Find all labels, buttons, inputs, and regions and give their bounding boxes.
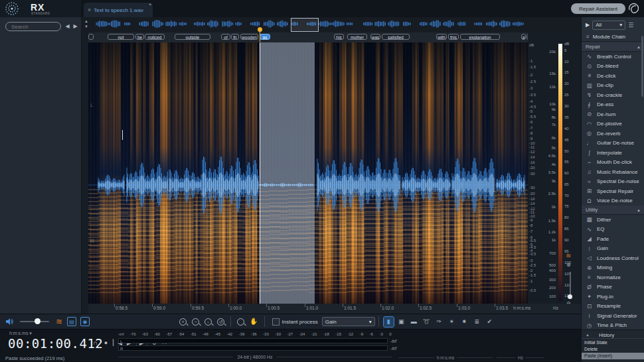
- vertical-zoom-slider[interactable]: [570, 272, 571, 297]
- module-item-gain[interactable]: ↕Gain: [582, 244, 644, 254]
- module-item-de-crackle[interactable]: ↯De-crackle: [582, 90, 644, 100]
- zoom-out-button[interactable]: −: [192, 318, 199, 326]
- module-item-eq[interactable]: ∿EQ: [582, 225, 644, 235]
- search-input[interactable]: [5, 22, 61, 31]
- izotope-logo-icon[interactable]: [627, 2, 640, 15]
- feedback-icon[interactable]: ◉: [80, 317, 90, 326]
- module-item-mouth-de-click[interactable]: ⌣Mouth De-click: [582, 158, 644, 168]
- word-marker[interactable]: with: [436, 34, 447, 40]
- instant-process-checkbox[interactable]: [272, 318, 280, 326]
- overview-resize-handle[interactable]: ▲ ▼: [82, 19, 90, 30]
- word-marker[interactable]: mother: [347, 34, 367, 40]
- repair-assistant-button[interactable]: Repair Assistant: [571, 3, 625, 14]
- module-filter-dropdown[interactable]: All ▾: [592, 21, 625, 30]
- tab-close-icon[interactable]: ×: [88, 7, 91, 13]
- time-format-dropdown[interactable]: h:m:s.ms ▾: [9, 331, 32, 336]
- word-marker[interactable]: [88, 34, 94, 40]
- module-item-phase[interactable]: ØPhase: [582, 282, 644, 292]
- word-marker[interactable]: a: [521, 34, 526, 40]
- overview-view-rectangle[interactable]: [291, 18, 319, 32]
- word-marker[interactable]: wooden: [240, 34, 258, 40]
- brush-selection-tool[interactable]: ✑: [434, 317, 444, 327]
- hamburger-menu-icon[interactable]: ☰: [628, 22, 633, 29]
- amplitude-ruler[interactable]: dB-1-1.5-2-2.5-3-3.5-4-4.5-5-5.5-6-7-8-9…: [528, 42, 540, 304]
- module-item-de-clip[interactable]: ▥De-clip: [582, 81, 644, 91]
- word-marker[interactable]: th: [231, 34, 239, 40]
- module-item-signal-generator[interactable]: ≀Signal Generator: [582, 311, 644, 321]
- zoom-reset-button[interactable]: ↺: [217, 318, 224, 326]
- magnify-tool[interactable]: [237, 318, 244, 326]
- spectrogram-waveform-blend-icon[interactable]: ≋: [566, 252, 571, 259]
- zoom-in-button[interactable]: +: [179, 318, 187, 326]
- module-item-de-click[interactable]: ✳De-click: [582, 71, 644, 81]
- volume-slider-knob[interactable]: [35, 318, 40, 324]
- word-marker[interactable]: satisfied: [382, 34, 410, 40]
- module-item-spectral-de-noise[interactable]: ≈Spectral De-noise: [582, 177, 644, 187]
- monitor-volume-icon[interactable]: [5, 318, 13, 326]
- curve-tool[interactable]: ✔: [485, 317, 495, 327]
- module-item-mixing[interactable]: ⊕Mixing: [582, 263, 644, 273]
- spectrogram-display[interactable]: L R: [88, 42, 528, 304]
- word-marker[interactable]: explanation: [460, 34, 500, 40]
- word-marker[interactable]: outside: [175, 34, 210, 40]
- module-item-loudness-control[interactable]: ◁Loudness Control: [582, 253, 644, 263]
- monitor-button[interactable]: ∩: [92, 339, 99, 346]
- frequency-selection-tool[interactable]: ▬: [409, 317, 419, 327]
- module-item-interpolate[interactable]: ∫Interpolate: [582, 148, 644, 158]
- keyboard-icon[interactable]: ▤: [67, 317, 76, 326]
- volume-slider[interactable]: [20, 321, 49, 322]
- word-marker[interactable]: his: [334, 34, 344, 40]
- history-item[interactable]: Paste (Insert): [582, 353, 644, 359]
- word-marker[interactable]: noticed: [145, 34, 165, 40]
- hand-tool[interactable]: ✋: [250, 314, 258, 329]
- word-marker-ruler[interactable]: notbenoticedoutsideofthwoodenashismother…: [88, 32, 528, 42]
- module-item-time-pitch[interactable]: ◷Time & Pitch: [582, 321, 644, 330]
- lasso-selection-tool[interactable]: ➰: [422, 317, 432, 327]
- wand-finder-tool[interactable]: ✷: [459, 317, 469, 327]
- word-marker[interactable]: of: [221, 34, 230, 40]
- preview-play-icon[interactable]: ▶: [586, 22, 590, 28]
- word-marker[interactable]: be: [135, 34, 144, 40]
- module-item-dither[interactable]: ▦Dither: [582, 215, 644, 225]
- word-marker[interactable]: as: [260, 34, 270, 40]
- module-item-normalize[interactable]: ≡Normalize: [582, 272, 644, 282]
- magic-wand-tool[interactable]: ✶: [447, 317, 457, 327]
- search-prev-button[interactable]: ◀: [64, 23, 71, 30]
- time-selection-overlay[interactable]: [260, 42, 315, 304]
- collapse-icon[interactable]: ▲: [637, 208, 641, 212]
- module-item-plug-in[interactable]: ✦Plug-in: [582, 292, 644, 302]
- record-button[interactable]: ●: [102, 339, 110, 346]
- module-item-de-hum[interactable]: ⊘De-hum: [582, 109, 644, 119]
- harmonic-selection-tool[interactable]: ≣: [472, 317, 482, 327]
- module-item-de-plosive[interactable]: ◠De-plosive: [582, 119, 644, 129]
- word-marker[interactable]: not: [108, 34, 134, 40]
- file-tab[interactable]: × Text to speech 1.wav *: [84, 3, 153, 17]
- module-list-scrollbar[interactable]: [641, 36, 643, 97]
- collapse-icon[interactable]: ▲: [637, 45, 641, 49]
- spectrogram-settings-icon[interactable]: ≋: [56, 314, 62, 329]
- module-item-music-rebalance[interactable]: ♫Music Rebalance: [582, 167, 644, 177]
- history-collapse-icon[interactable]: ▲: [586, 333, 590, 337]
- module-item-guitar-de-noise[interactable]: ♩Guitar De-noise: [582, 139, 644, 149]
- module-item-spectral-repair[interactable]: ⊞Spectral Repair: [582, 186, 644, 196]
- module-item-fade[interactable]: ◢Fade: [582, 234, 644, 244]
- module-item-de-reverb[interactable]: ◎De-reverb: [582, 129, 644, 139]
- module-item-breath-control[interactable]: ∿Breath Control: [582, 52, 644, 62]
- module-item-resample[interactable]: ⊡Resample: [582, 302, 644, 312]
- process-module-dropdown[interactable]: Gain ▾: [322, 317, 375, 326]
- module-chain-item[interactable]: ≡ Module Chain: [582, 32, 644, 42]
- time-ruler[interactable]: h:m:s.ms Hz 0:58.50:59.00:59.51:00.01:00…: [88, 304, 581, 314]
- search-next-button[interactable]: ▶: [72, 23, 79, 30]
- module-item-voice-de-noise[interactable]: ΩVoice De-noise: [582, 196, 644, 206]
- frequency-ruler[interactable]: 20k15k12k10k9k8k7k6k5k4.5k4k3.5k3k2.5k2k…: [542, 42, 556, 304]
- vertical-zoom-slider-knob[interactable]: [568, 294, 572, 299]
- history-item[interactable]: Delete: [582, 346, 644, 353]
- module-section-header[interactable]: Repair▲: [582, 42, 644, 52]
- history-item[interactable]: Initial State: [582, 339, 644, 346]
- word-marker[interactable]: was: [370, 34, 380, 40]
- word-marker[interactable]: s: [526, 34, 528, 40]
- module-item-de-bleed[interactable]: ⊙De-bleed: [582, 62, 644, 72]
- time-frequency-selection-tool[interactable]: ▣: [396, 317, 406, 327]
- module-item-de-ess[interactable]: ∮De-ess: [582, 100, 644, 110]
- time-selection-tool[interactable]: ▮: [384, 317, 394, 327]
